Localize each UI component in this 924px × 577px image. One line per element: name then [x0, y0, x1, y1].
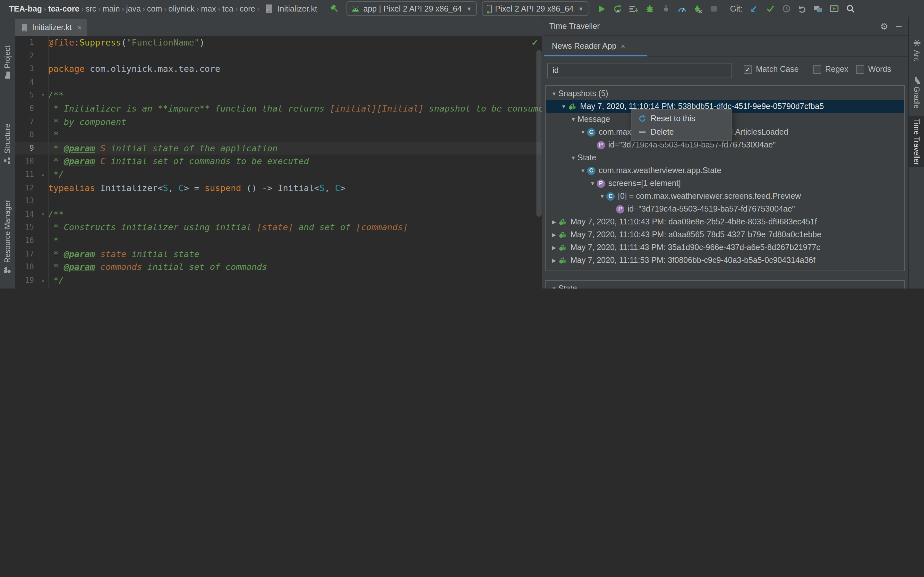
profile-button[interactable]: [675, 2, 689, 15]
code-line[interactable]: 1@file:Suppress("FunctionName"): [15, 36, 542, 49]
code-line[interactable]: 8 *: [15, 128, 542, 141]
tree-expand-icon[interactable]: ▶: [550, 219, 558, 225]
code-editor[interactable]: 1@file:Suppress("FunctionName")23package…: [15, 36, 542, 288]
tree-expand-icon[interactable]: ▼: [579, 168, 587, 173]
code-line[interactable]: 4: [15, 76, 542, 89]
breadcrumb-item[interactable]: core: [240, 4, 255, 13]
code-line[interactable]: 3package com.oliynick.max.tea.core: [15, 62, 542, 75]
tab-initializer-kt[interactable]: Initializer.kt ×: [15, 19, 87, 36]
close-icon[interactable]: ×: [78, 24, 82, 31]
avd-manager-icon[interactable]: [827, 2, 841, 15]
regex-checkbox[interactable]: Regex: [813, 65, 848, 74]
breadcrumb-item[interactable]: com: [147, 4, 162, 13]
git-history-button[interactable]: [779, 2, 793, 15]
menu-item-reset-to-this[interactable]: Reset to this: [632, 111, 732, 125]
run-configuration-select[interactable]: app | Pixel 2 API 29 x86_64 ▼: [347, 1, 477, 16]
tree-expand-icon[interactable]: ▼: [588, 181, 597, 186]
code-line[interactable]: 5▾/**: [15, 89, 542, 102]
tool-stripe-button-time-traveller[interactable]: Time Traveller: [909, 116, 924, 168]
tree-row[interactable]: ▼State: [546, 282, 904, 288]
breadcrumb-item[interactable]: tea-core: [48, 4, 79, 13]
stop-button[interactable]: [707, 2, 721, 15]
code-line[interactable]: 10 * @param C initial set of commands to…: [15, 155, 542, 168]
close-icon[interactable]: ×: [621, 42, 625, 50]
fold-marker-icon[interactable]: ▾: [38, 207, 48, 221]
tool-stripe-button-project[interactable]: Project: [0, 45, 15, 79]
sdk-manager-icon[interactable]: [811, 2, 825, 15]
breadcrumb-separator: ›: [236, 5, 238, 13]
tree-row[interactable]: ▼Pscreens=[1 element]: [546, 177, 904, 190]
tool-stripe-button-ant[interactable]: Ant: [909, 37, 924, 64]
code-line[interactable]: 14▾/**: [15, 207, 542, 221]
tool-stripe-button-gradle[interactable]: Gradle: [909, 74, 924, 111]
breadcrumb-item[interactable]: src: [86, 4, 96, 13]
breadcrumb-item[interactable]: TEA-bag: [9, 4, 42, 13]
fold-marker-icon[interactable]: ▴: [38, 274, 48, 287]
search-input[interactable]: id: [548, 63, 732, 78]
run-button[interactable]: [595, 2, 609, 15]
build-hammer-icon[interactable]: [328, 2, 342, 15]
tree-row[interactable]: ▶May 7, 2020, 11:10:43 PM: a0aa8565-78d5…: [546, 228, 904, 241]
code-line[interactable]: 2: [15, 49, 542, 62]
search-everywhere-icon[interactable]: [843, 2, 857, 15]
code-line[interactable]: 12typealias Initializer<S, C> = suspend …: [15, 181, 542, 194]
tree-row[interactable]: ▼Snapshots (5): [546, 87, 904, 100]
tree-expand-icon[interactable]: ▼: [579, 129, 587, 135]
breadcrumb-file[interactable]: Initializer.kt: [278, 4, 317, 13]
breadcrumb-item[interactable]: max: [201, 4, 216, 13]
tree-row[interactable]: ▶May 7, 2020, 11:11:43 PM: 35a1d90c-966e…: [546, 241, 904, 254]
code-line[interactable]: 13: [15, 194, 542, 207]
code-line[interactable]: 6 * Initializer is an **impure** functio…: [15, 102, 542, 115]
breadcrumb-item[interactable]: java: [126, 4, 141, 13]
tool-stripe-button-resource-manager[interactable]: Resource Manager: [0, 200, 15, 274]
git-commit-button[interactable]: [763, 2, 777, 15]
editor-vertical-scrollbar[interactable]: [536, 50, 541, 217]
profiler-low-overhead-button[interactable]: [691, 2, 705, 15]
code-line[interactable]: 16 *: [15, 234, 542, 247]
tree-expand-icon[interactable]: ▶: [550, 258, 558, 263]
code-line[interactable]: 19▴ */: [15, 274, 542, 287]
tool-stripe-button-structure[interactable]: Structure: [0, 124, 15, 164]
code-line[interactable]: 11▴ */: [15, 168, 542, 181]
inspections-ok-icon[interactable]: ✓: [531, 38, 538, 47]
tab-news-reader-app[interactable]: News Reader App ×: [552, 42, 625, 51]
code-line[interactable]: 7 * by component: [15, 115, 542, 128]
menu-item-delete[interactable]: Delete: [632, 125, 732, 139]
code-line[interactable]: 18 * @param commands initial set of comm…: [15, 260, 542, 274]
breadcrumb-item[interactable]: oliynick: [168, 4, 195, 13]
tree-row[interactable]: ▼C[0] = com.max.weatherviewer.screens.fe…: [546, 190, 904, 203]
attach-debugger-icon[interactable]: [659, 2, 673, 15]
code-line[interactable]: 17 * @param state initial state: [15, 247, 542, 260]
tree-row[interactable]: Pid="3d719c4a-5503-4519-ba57-fd76753004a…: [546, 203, 904, 215]
tree-row[interactable]: ▶May 7, 2020, 11:11:53 PM: 3f0806bb-c9c9…: [546, 254, 904, 267]
fold-marker-icon[interactable]: ▾: [38, 89, 48, 102]
tree-expand-icon[interactable]: ▼: [569, 155, 577, 161]
git-update-button[interactable]: [747, 2, 761, 15]
tree-expand-icon[interactable]: ▼: [569, 116, 577, 122]
git-label: Git:: [730, 4, 743, 13]
apply-changes-restart-button[interactable]: A: [611, 2, 625, 15]
device-select[interactable]: Pixel 2 API 29 x86_64 ▼: [481, 1, 588, 16]
debug-button[interactable]: [643, 2, 657, 15]
breadcrumb-item[interactable]: tea: [222, 4, 234, 13]
tree-expand-icon[interactable]: ▶: [550, 245, 558, 250]
code-line[interactable]: 20fun <S, C> Initializer(: [15, 287, 542, 288]
hide-panel-icon[interactable]: ─: [896, 22, 901, 31]
tree-expand-icon[interactable]: ▶: [550, 232, 558, 237]
tree-expand-icon[interactable]: ▼: [550, 91, 558, 97]
apply-code-changes-button[interactable]: [627, 2, 641, 15]
breadcrumb-item[interactable]: main: [102, 4, 120, 13]
tree-row[interactable]: ▼Ccom.max.weatherviewer.app.State: [546, 164, 904, 177]
tree-expand-icon[interactable]: ▼: [550, 285, 558, 288]
tree-row[interactable]: ▼State: [546, 151, 904, 164]
gear-icon[interactable]: ⚙: [880, 21, 888, 31]
git-rollback-button[interactable]: [795, 2, 809, 15]
tree-expand-icon[interactable]: ▼: [559, 103, 568, 109]
tree-expand-icon[interactable]: ▼: [598, 193, 606, 199]
fold-marker-icon[interactable]: ▴: [38, 168, 48, 181]
code-line[interactable]: 9 * @param S initial state of the applic…: [15, 142, 542, 155]
tree-row[interactable]: ▶May 7, 2020, 11:10:43 PM: daa09e8e-2b52…: [546, 215, 904, 228]
match-case-checkbox[interactable]: ✓ Match Case: [744, 65, 798, 74]
words-checkbox[interactable]: Words: [856, 65, 891, 74]
code-line[interactable]: 15 * Constructs initializer using initia…: [15, 221, 542, 234]
